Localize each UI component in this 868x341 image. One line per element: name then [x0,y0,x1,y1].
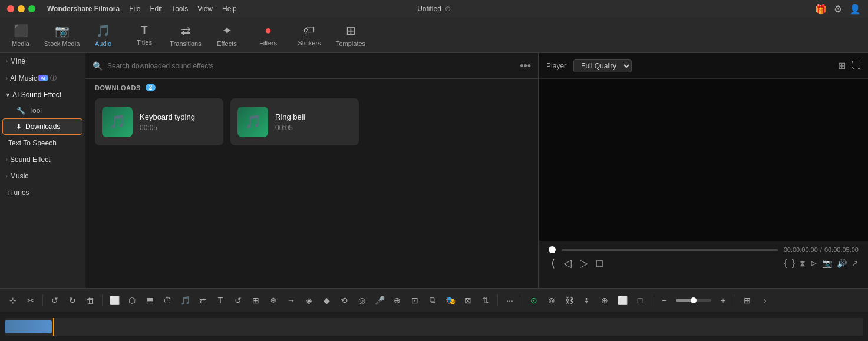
crop-button[interactable]: ⬜ [106,292,123,309]
freeze-button[interactable]: ❄ [265,292,282,309]
close-button[interactable] [7,5,14,12]
zoom-slider[interactable] [676,299,711,302]
menu-file[interactable]: File [129,5,140,13]
step-back-button[interactable]: ⟨ [549,257,557,270]
mask-button[interactable]: ◈ [301,292,317,309]
pip-button[interactable]: ⧉ [424,292,441,309]
more-tools-button[interactable]: ··· [501,292,518,309]
layout-button[interactable]: ⊞ [739,292,755,309]
keyframe-button[interactable]: ◆ [318,292,335,309]
play-button[interactable]: ▷ [577,257,590,270]
motion-button[interactable]: → [283,292,299,309]
link-button[interactable]: ⛓ [561,292,577,309]
zoom-fit-button[interactable]: ⊞ [247,292,264,309]
sidebar-downloads-label: Downloads [25,123,60,131]
in-point-icon[interactable]: { [784,258,787,269]
sidebar-item-sound-effect[interactable]: › Sound Effect [0,151,85,168]
timeline-track[interactable] [5,318,863,336]
speed-button[interactable]: ⏱ [159,292,176,309]
audio-clip-button[interactable]: 🎵 [177,292,193,309]
zoom-in-button[interactable]: + [715,292,731,309]
collapse-button[interactable]: › [757,292,773,309]
window-title: Untitled ⊙ [417,5,451,13]
toolbar-stock-media[interactable]: 📷 Stock Media [41,18,82,53]
mic-button[interactable]: 🎤 [371,292,388,309]
stabilize-button[interactable]: ⟲ [336,292,352,309]
subtitle-button[interactable]: ⬜ [614,292,631,309]
voice-button[interactable]: 🎙 [579,292,595,309]
zoom-handle[interactable] [691,297,697,303]
tool-select-button[interactable]: ⊹ [5,292,21,309]
sidebar-item-text-to-speech[interactable]: Text To Speech [0,135,85,151]
delete-button[interactable]: 🗑 [82,292,98,309]
toolbar-media[interactable]: ⬛ Media [0,18,41,53]
quality-select[interactable]: Full Quality 1/2 Quality 1/4 Quality [573,59,632,72]
settings-icon[interactable]: ⚙ [834,4,842,15]
sidebar: › Mine › AI Music AI ⓘ ∨ AI Sound Effect… [0,53,85,288]
clip-icon[interactable]: ⧗ [800,259,806,269]
toolbar-filters[interactable]: ● Filters [247,18,289,53]
progress-handle[interactable] [549,246,556,253]
sidebar-item-music[interactable]: › Music [0,168,85,184]
audio-thumbnail-ring: 🎵 [237,107,268,137]
progress-track[interactable] [562,249,778,251]
menu-tools[interactable]: Tools [171,5,188,13]
maximize-button[interactable] [28,5,35,12]
chroma-key-button[interactable]: 🎭 [442,292,458,309]
expand-icon[interactable]: ↗ [852,259,859,268]
sidebar-item-tool[interactable]: 🔧 Tool [0,103,85,118]
menu-help[interactable]: Help [222,5,237,13]
toolbar-stickers[interactable]: 🏷 Stickers [289,18,330,53]
account-icon[interactable]: 👤 [849,4,861,15]
stop-button[interactable]: □ [594,257,605,270]
toolbar-transitions[interactable]: ⇄ Transitions [165,18,206,53]
menu-edit[interactable]: Edit [150,5,162,13]
toolbar-effects[interactable]: ✦ Effects [206,18,247,53]
detach-audio-button[interactable]: ⊕ [389,292,405,309]
fullscreen-icon[interactable]: ⛶ [852,60,861,71]
mosaic-button[interactable]: ⊠ [460,292,476,309]
sidebar-item-mine[interactable]: › Mine [0,53,85,69]
minimize-button[interactable] [18,5,25,12]
rotate-button[interactable]: ↺ [230,292,246,309]
volume-icon[interactable]: 🔊 [837,259,847,268]
audio-card-keyboard-typing[interactable]: 🎵 Keyboard typing 00:05 [95,98,223,145]
out-point-icon[interactable]: } [792,258,795,269]
downloads-header: DOWNLOADS 2 [85,79,538,94]
zoom-out-button[interactable]: − [656,292,672,309]
track-add-button[interactable]: ⊕ [596,292,613,309]
lens-button[interactable]: ◎ [354,292,370,309]
audio-info-ring: Ring bell 00:05 [275,112,305,132]
more-options-button[interactable]: ••• [520,61,531,71]
flip-button[interactable]: ⇅ [477,292,494,309]
audio-card-ring-bell[interactable]: 🎵 Ring bell 00:05 [230,98,359,145]
ripple-button[interactable]: ⊚ [543,292,560,309]
toolbar-audio[interactable]: 🎵 Audio [82,18,124,53]
timeline-clip[interactable] [5,320,52,333]
toolbar-titles[interactable]: T Titles [124,18,165,53]
search-input[interactable] [107,62,515,70]
toolbar-templates[interactable]: ⊞ Templates [330,18,371,53]
split-button[interactable]: ⬡ [124,292,140,309]
transition-button[interactable]: ⇄ [194,292,211,309]
color-button[interactable]: ⬒ [141,292,158,309]
gift-icon[interactable]: 🎁 [815,4,827,15]
text-button[interactable]: T [212,292,229,309]
scene-button[interactable]: □ [632,292,648,309]
sidebar-item-downloads[interactable]: ⬇ Downloads [2,118,82,135]
menu-view[interactable]: View [197,5,213,13]
undo-button[interactable]: ↺ [47,292,63,309]
scene-detect-button[interactable]: ⊡ [407,292,423,309]
grid-view-icon[interactable]: ⊞ [838,60,846,71]
redo-button[interactable]: ↻ [64,292,81,309]
titles-label: Titles [137,39,152,46]
play-reverse-button[interactable]: ◁ [561,257,574,270]
screenshot-button[interactable]: 📷 [822,259,832,268]
snap-button[interactable]: ⊙ [526,292,542,309]
export-icon[interactable]: ⊳ [810,259,817,268]
razor-button[interactable]: ✂ [22,292,39,309]
sidebar-item-ai-music[interactable]: › AI Music AI ⓘ [0,69,85,87]
sidebar-item-itunes[interactable]: iTunes [0,184,85,201]
sidebar-item-ai-sound-effect[interactable]: ∨ AI Sound Effect [0,87,85,103]
playhead[interactable] [53,318,54,336]
